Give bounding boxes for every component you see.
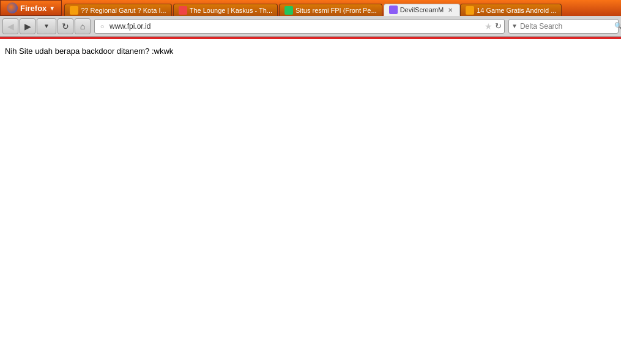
tab-favicon [70,6,78,15]
tab-label: 14 Game Gratis Android ... [477,7,556,14]
tab-label: DevilScreamM [400,6,444,13]
search-engine-dropdown[interactable]: ▼ [511,23,518,29]
history-dropdown-button[interactable]: ▼ [37,18,56,34]
tab-tab5[interactable]: 14 Game Gratis Android ... [460,4,562,16]
reload-button[interactable]: ↻ [58,18,73,34]
bookmark-star-icon[interactable]: ★ [485,21,493,31]
page-content: Nih Site udah berapa backdoor ditanem? :… [0,39,621,364]
tab-tab2[interactable]: The Lounge | Kaskus - Th... [173,4,278,16]
back-button[interactable]: ◀ [2,18,18,34]
tab-label: ?? Regional Garut ? Kota I... [81,7,166,14]
firefox-dropdown-icon: ▼ [49,5,55,12]
firefox-icon [7,2,18,13]
url-bar: ○ ★ ↻ [94,19,505,34]
home-icon: ⌂ [80,21,85,31]
tab-tab4[interactable]: DevilScreamM✕ [384,4,461,16]
home-button[interactable]: ⌂ [75,18,91,34]
loading-icon: ○ [97,21,107,31]
page-text: Nih Site udah berapa backdoor ditanem? :… [5,46,616,56]
tab-label: Situs resmi FPI (Front Pe... [296,7,377,14]
firefox-menu-button[interactable]: Firefox ▼ [0,0,62,16]
tab-favicon [179,6,187,15]
search-input[interactable] [520,22,612,31]
tab-favicon [284,6,293,15]
tab-tab1[interactable]: ?? Regional Garut ? Kota I... [64,4,171,16]
search-submit-icon[interactable]: 🔍 [614,22,621,30]
tab-favicon [389,6,398,14]
forward-icon: ▶ [24,21,31,31]
tab-tab3[interactable]: Situs resmi FPI (Front Pe... [279,4,382,16]
tab-label: The Lounge | Kaskus - Th... [190,7,272,14]
url-input[interactable] [110,22,482,31]
tabs-area: ?? Regional Garut ? Kota I...The Lounge … [62,0,621,16]
firefox-label: Firefox [20,4,46,13]
history-icon: ▼ [43,23,50,29]
search-bar: ▼ 🔍 [508,19,619,34]
url-refresh-icon[interactable]: ↻ [495,21,502,31]
nav-bar: ◀ ▶ ▼ ↻ ⌂ ○ ★ ↻ ▼ 🔍 [0,16,621,37]
title-bar: Firefox ▼ ?? Regional Garut ? Kota I...T… [0,0,621,16]
tab-close-button[interactable]: ✕ [446,6,455,14]
tab-favicon [466,6,474,15]
forward-button[interactable]: ▶ [20,18,35,34]
back-icon: ◀ [7,21,14,31]
reload-icon: ↻ [62,21,69,31]
